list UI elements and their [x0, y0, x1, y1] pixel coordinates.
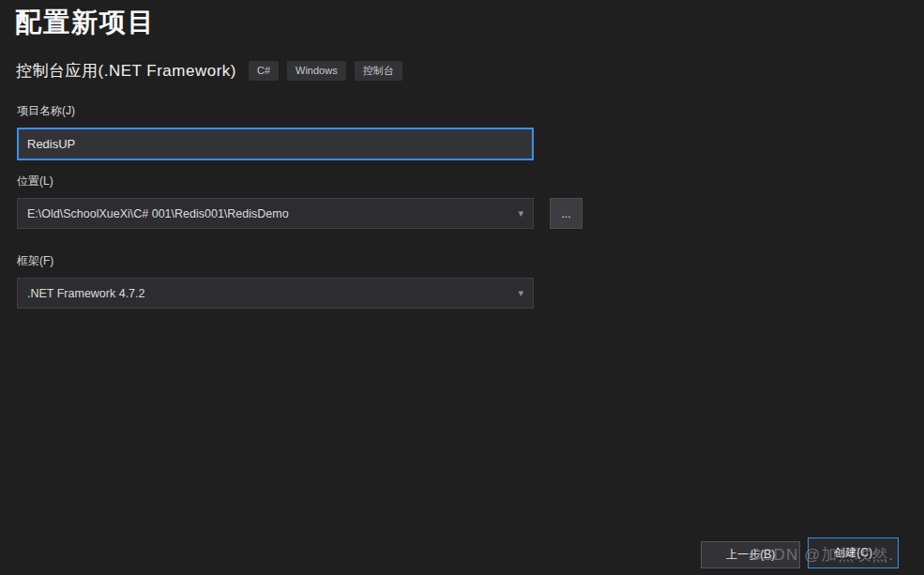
location-value: E:\Old\SchoolXueXi\C# 001\Redis001\Redis… [27, 207, 289, 220]
tag-language: C# [249, 61, 279, 81]
browse-button[interactable]: ... [550, 198, 583, 229]
chevron-down-icon: ▾ [518, 208, 523, 219]
framework-label: 框架(F) [17, 253, 53, 269]
template-header: 控制台应用(.NET Framework) C# Windows 控制台 [16, 60, 402, 82]
create-button[interactable]: 创建(C) [808, 537, 899, 568]
framework-value: .NET Framework 4.7.2 [27, 287, 145, 300]
back-button[interactable]: 上一步(B) [701, 541, 800, 568]
project-name-label: 项目名称(J) [17, 103, 75, 119]
tag-platform: Windows [287, 61, 346, 81]
framework-combobox[interactable]: .NET Framework 4.7.2 ▾ [17, 278, 534, 309]
project-name-input[interactable] [17, 128, 534, 160]
location-label: 位置(L) [17, 174, 53, 189]
tag-project-type: 控制台 [355, 61, 402, 81]
dialog-footer: 上一步(B) 创建(C) [701, 537, 899, 568]
page-title: 配置新项目 [15, 5, 156, 40]
location-combobox[interactable]: E:\Old\SchoolXueXi\C# 001\Redis001\Redis… [17, 198, 534, 229]
template-name: 控制台应用(.NET Framework) [16, 60, 236, 82]
chevron-down-icon: ▾ [518, 288, 523, 298]
